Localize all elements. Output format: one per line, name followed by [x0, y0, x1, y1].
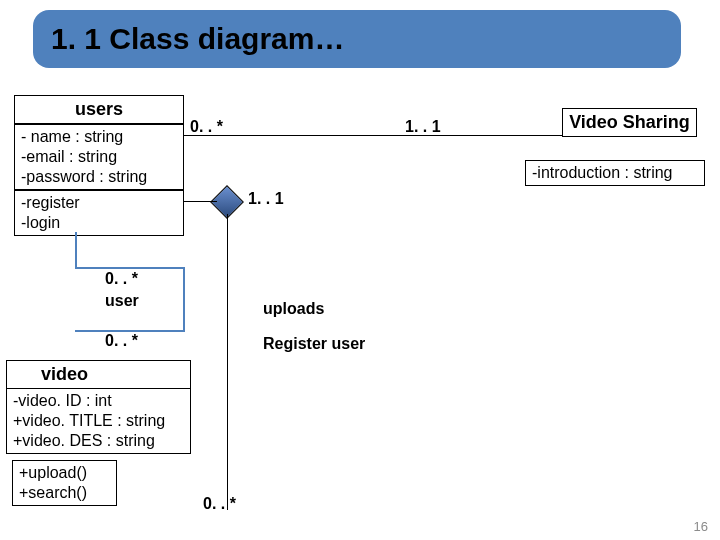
assoc-name-label: uploads — [263, 300, 324, 318]
self-assoc-line — [75, 232, 77, 269]
self-assoc-line — [75, 267, 185, 269]
class-users: users - name : string -email : string -p… — [14, 95, 184, 236]
role-label: user — [105, 292, 139, 310]
class-attr: +video. TITLE : string — [13, 411, 184, 431]
assoc-name-text: Register user — [263, 335, 365, 352]
assoc-line-stub — [184, 201, 217, 202]
class-video-ops: +upload() +search() — [12, 460, 117, 506]
multiplicity-label: 0. . * — [190, 118, 223, 136]
class-op: -login — [21, 213, 177, 233]
assoc-line-users-video — [227, 214, 228, 510]
self-assoc-line — [183, 267, 185, 332]
assoc-name-label: Register user — [263, 335, 365, 353]
class-attr: -password : string — [21, 167, 177, 187]
class-users-ops: -register -login — [14, 190, 184, 236]
class-users-title: users — [14, 95, 184, 124]
class-op: +search() — [19, 483, 110, 503]
class-video: video -video. ID : int +video. TITLE : s… — [6, 360, 191, 454]
multiplicity-label: 1. . 1 — [405, 118, 441, 136]
multiplicity-label: 0. . * — [105, 270, 138, 288]
class-attr: - name : string — [21, 127, 177, 147]
page-number: 16 — [694, 519, 708, 534]
class-attr: -email : string — [21, 147, 177, 167]
title-bar: 1. 1 Class diagram… — [33, 10, 681, 68]
class-op: -register — [21, 193, 177, 213]
multiplicity-label: 1. . 1 — [248, 190, 284, 208]
class-video-title: video — [6, 360, 191, 389]
class-op: +upload() — [19, 463, 110, 483]
class-videosharing: Video Sharing — [562, 108, 697, 137]
assoc-line-users-videosharing — [184, 135, 562, 136]
class-videosharing-attr: -introduction : string — [525, 160, 705, 186]
class-video-ops-box: +upload() +search() — [12, 460, 117, 506]
class-users-attrs: - name : string -email : string -passwor… — [14, 124, 184, 190]
page-title: 1. 1 Class diagram… — [51, 22, 344, 56]
class-attr: -video. ID : int — [13, 391, 184, 411]
class-videosharing-attrs-box: -introduction : string — [525, 160, 705, 186]
class-videosharing-title: Video Sharing — [562, 108, 697, 137]
multiplicity-label: 0. . * — [203, 495, 236, 513]
class-attr: +video. DES : string — [13, 431, 184, 451]
multiplicity-label: 0. . * — [105, 332, 138, 350]
class-video-attrs: -video. ID : int +video. TITLE : string … — [6, 389, 191, 454]
